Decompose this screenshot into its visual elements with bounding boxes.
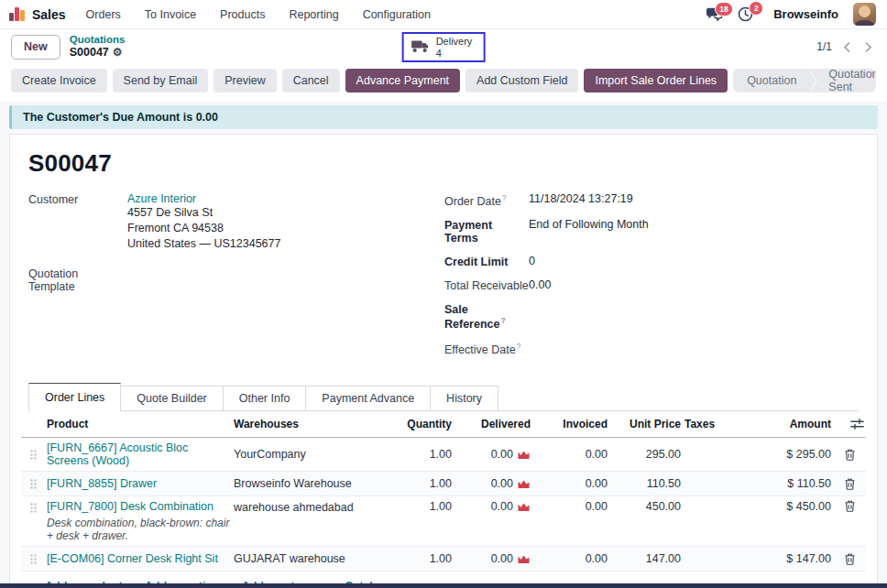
order-line-row[interactable]: [FURN_7800] Desk Combination Desk combin… xyxy=(21,496,866,547)
order-line-row[interactable]: [FURN_8855] Drawer Browseinfo Warehouse … xyxy=(21,472,866,496)
header-taxes[interactable]: Taxes xyxy=(683,411,739,437)
delete-row-icon[interactable] xyxy=(833,500,866,512)
delivered-cell[interactable]: 0.00 xyxy=(491,500,513,513)
form-sheet: S00047 Customer Azure Interior 4557 De S… xyxy=(9,134,878,587)
drag-handle-icon[interactable] xyxy=(21,554,45,564)
messages-icon[interactable]: 18 xyxy=(706,7,723,21)
create-invoice-button[interactable]: Create Invoice xyxy=(11,69,107,93)
drag-handle-icon[interactable] xyxy=(21,500,45,513)
warehouse-cell[interactable]: Browseinfo Warehouse xyxy=(232,477,397,490)
tab-order-lines[interactable]: Order Lines xyxy=(28,383,121,411)
menu-reporting[interactable]: Reporting xyxy=(289,8,338,21)
warehouse-cell[interactable]: warehouse ahmedabad xyxy=(232,500,397,514)
customer-address: 4557 De Silva St Fremont CA 94538 United… xyxy=(127,205,280,252)
unit-price-cell[interactable]: 147.00 xyxy=(609,552,683,565)
product-link[interactable]: [E-COM06] Corner Desk Right Sit xyxy=(47,552,218,565)
forecast-alert-icon[interactable] xyxy=(517,478,531,489)
header-delivered[interactable]: Delivered xyxy=(454,411,532,437)
pager-previous-icon[interactable] xyxy=(841,39,853,55)
header-quantity[interactable]: Quantity xyxy=(397,411,454,437)
delivered-cell[interactable]: 0.00 xyxy=(491,477,513,490)
tab-history[interactable]: History xyxy=(430,386,498,410)
unit-price-cell[interactable]: 295.00 xyxy=(609,448,683,461)
app-name[interactable]: Sales xyxy=(32,7,66,22)
import-sale-order-lines-button[interactable]: Import Sale Order Lines xyxy=(584,69,728,93)
unit-price-cell[interactable]: 110.50 xyxy=(609,477,683,490)
header-invoiced[interactable]: Invoiced xyxy=(532,411,609,437)
optional-columns-icon[interactable] xyxy=(833,412,866,436)
activities-badge: 2 xyxy=(749,1,763,16)
help-icon: ? xyxy=(517,342,521,351)
product-link[interactable]: [FURN_6667] Acoustic Bloc Screens (Wood) xyxy=(47,441,188,467)
menu-to-invoice[interactable]: To Invoice xyxy=(145,8,196,21)
company-name[interactable]: Browseinfo xyxy=(773,7,838,21)
stage-quotation-sent[interactable]: Quotation Sent xyxy=(810,69,876,93)
payment-terms-label: Payment Terms xyxy=(444,218,529,245)
breadcrumb-quotations[interactable]: Quotations xyxy=(70,34,126,46)
header-warehouses[interactable]: Warehouses xyxy=(232,411,397,437)
menu-configuration[interactable]: Configuration xyxy=(363,8,431,21)
forecast-alert-icon[interactable] xyxy=(517,501,531,512)
forecast-alert-icon[interactable] xyxy=(517,553,531,564)
invoiced-cell[interactable]: 0.00 xyxy=(532,552,609,565)
delivery-smart-button[interactable]: Delivery 4 xyxy=(411,36,473,59)
advance-payment-button[interactable]: Advance Payment xyxy=(345,69,460,93)
unit-price-cell[interactable]: 450.00 xyxy=(609,500,683,513)
record-title: S00047 xyxy=(28,149,859,178)
user-avatar[interactable] xyxy=(853,3,876,26)
forecast-alert-icon[interactable] xyxy=(517,449,531,460)
cancel-button[interactable]: Cancel xyxy=(282,69,340,93)
new-button[interactable]: New xyxy=(11,35,60,60)
delete-row-icon[interactable] xyxy=(833,478,866,490)
invoiced-cell[interactable]: 0.00 xyxy=(532,500,609,513)
product-link[interactable]: [FURN_7800] Desk Combination xyxy=(47,500,214,513)
drag-handle-icon[interactable] xyxy=(21,450,45,460)
quantity-cell[interactable]: 1.00 xyxy=(397,500,454,513)
header-product[interactable]: Product xyxy=(45,411,232,437)
add-custom-field-button[interactable]: Add Custom Field xyxy=(465,69,578,93)
customer-link[interactable]: Azure Interior xyxy=(127,192,280,205)
header-unit-price[interactable]: Unit Price xyxy=(609,411,683,437)
product-description[interactable]: Desk combination, black-brown: chair + d… xyxy=(47,517,230,542)
tab-quote-builder[interactable]: Quote Builder xyxy=(120,386,223,410)
due-amount-alert: The Customer's Due Amount is 0.00 xyxy=(9,105,878,129)
invoiced-cell[interactable]: 0.00 xyxy=(532,477,609,490)
right-field-group: Order Date? 11/18/2024 13:27:19 Payment … xyxy=(444,192,859,366)
pager: 1/1 xyxy=(816,39,874,55)
gear-icon[interactable]: ⚙ xyxy=(113,47,123,60)
credit-limit-field[interactable]: 0 xyxy=(529,255,535,268)
drag-handle-icon[interactable] xyxy=(21,479,45,489)
form-view-body: The Customer's Due Amount is 0.00 S00047… xyxy=(0,101,887,587)
preview-button[interactable]: Preview xyxy=(214,69,276,93)
payment-terms-field[interactable]: End of Following Month xyxy=(529,218,649,245)
sales-app-logo-icon[interactable] xyxy=(9,7,25,21)
activities-clock-icon[interactable]: 2 xyxy=(738,6,753,22)
stage-quotation[interactable]: Quotation xyxy=(733,69,810,93)
quantity-cell[interactable]: 1.00 xyxy=(397,448,454,461)
table-header-row: Product Warehouses Quantity Delivered In… xyxy=(21,411,866,438)
order-date-field[interactable]: 11/18/2024 13:27:19 xyxy=(529,192,633,208)
top-navbar: Sales Orders To Invoice Products Reporti… xyxy=(0,0,887,29)
send-by-email-button[interactable]: Send by Email xyxy=(113,69,209,93)
help-icon: ? xyxy=(500,316,505,325)
product-link[interactable]: [FURN_8855] Drawer xyxy=(47,477,157,490)
warehouse-cell[interactable]: GUJARAT warehouse xyxy=(232,552,397,565)
delete-row-icon[interactable] xyxy=(833,553,866,565)
order-line-row[interactable]: [FURN_6667] Acoustic Bloc Screens (Wood)… xyxy=(21,438,866,472)
invoiced-cell[interactable]: 0.00 xyxy=(532,448,609,461)
tab-payment-advance[interactable]: Payment Advance xyxy=(305,386,431,410)
pager-next-icon[interactable] xyxy=(862,39,874,55)
amount-cell: $ 295.00 xyxy=(739,448,833,461)
customer-label: Customer xyxy=(28,192,127,252)
tab-other-info[interactable]: Other Info xyxy=(223,386,307,410)
delivered-cell[interactable]: 0.00 xyxy=(491,448,513,461)
delete-row-icon[interactable] xyxy=(833,449,866,461)
warehouse-cell[interactable]: YourCompany xyxy=(232,448,397,461)
menu-products[interactable]: Products xyxy=(220,8,265,21)
menu-orders[interactable]: Orders xyxy=(86,8,121,21)
order-line-row[interactable]: [E-COM06] Corner Desk Right Sit GUJARAT … xyxy=(21,547,866,572)
delivered-cell[interactable]: 0.00 xyxy=(491,552,513,565)
quantity-cell[interactable]: 1.00 xyxy=(397,477,454,490)
header-amount[interactable]: Amount xyxy=(739,411,833,437)
quantity-cell[interactable]: 1.00 xyxy=(397,552,454,565)
